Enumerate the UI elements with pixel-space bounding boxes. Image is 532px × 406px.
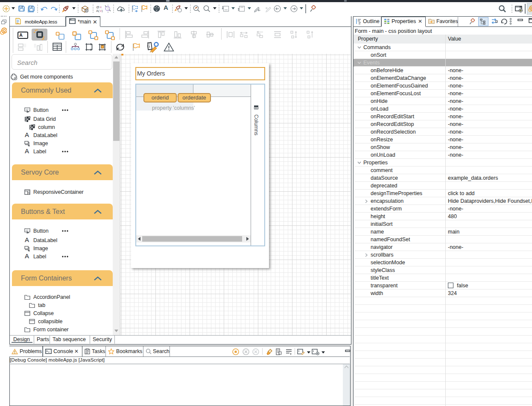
svg-text:x: x <box>100 5 102 9</box>
svg-text:): ) <box>102 9 103 12</box>
svg-text:@: @ <box>96 5 99 9</box>
svg-text:✎: ✎ <box>28 192 30 195</box>
svg-text:A(: A( <box>96 9 99 12</box>
